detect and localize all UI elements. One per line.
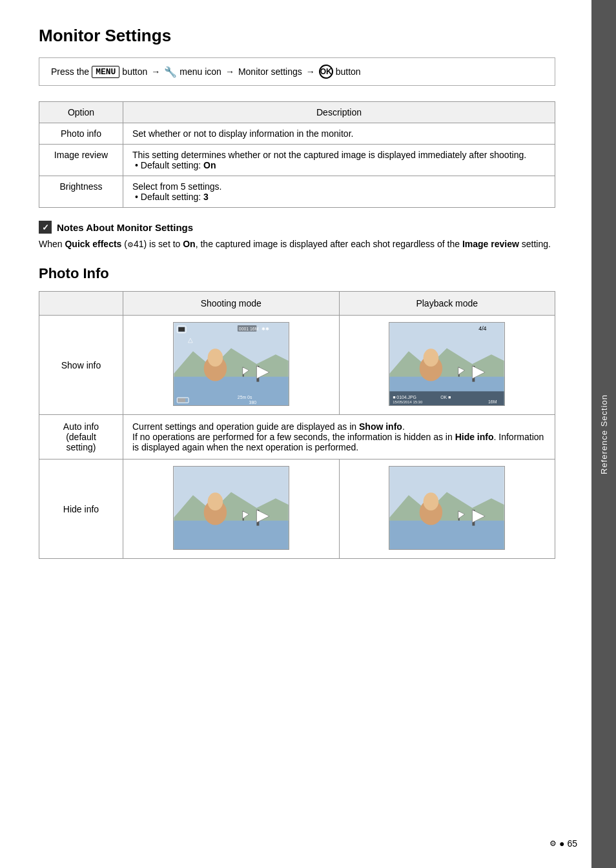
notes-header: ✓ Notes About Monitor Settings xyxy=(39,221,555,234)
shooting-mode-preview-show-info: 0001 16M ✱✱ △ 25m 0s 380 xyxy=(173,322,289,406)
hide-info-playback-image xyxy=(339,459,555,559)
photo-table-header-shooting: Shooting mode xyxy=(123,292,340,316)
svg-point-4 xyxy=(207,348,223,367)
playback-mode-preview-hide-info xyxy=(389,466,505,550)
playback-mode-preview-show-info: 4/4 ■ 0104.JPG OK ■ 15/05/2014 15:30 16M xyxy=(389,322,505,406)
photo-info-title: Photo Info xyxy=(39,265,555,282)
table-row-auto-info: Auto info(defaultsetting) Current settin… xyxy=(39,415,555,459)
hide-info-shooting-image xyxy=(123,459,340,559)
svg-text:0001 16M: 0001 16M xyxy=(239,327,259,331)
table-row-photo-info: Photo info Set whether or not to display… xyxy=(39,123,555,145)
option-photo-info: Photo info xyxy=(39,123,123,145)
reference-sidebar: Reference Section xyxy=(591,0,616,868)
svg-text:△: △ xyxy=(188,336,193,343)
svg-text:380: 380 xyxy=(249,400,256,405)
table-row-hide-info: Hide info xyxy=(39,459,555,559)
table-row-show-info: Show info xyxy=(39,316,555,415)
label-show-info: Show info xyxy=(39,316,123,415)
svg-text:■ 0104.JPG: ■ 0104.JPG xyxy=(393,395,417,399)
page-number: 65 xyxy=(567,838,577,849)
breadcrumb-btn-suffix: button xyxy=(336,66,361,77)
arrow-icon-3: → xyxy=(306,66,315,77)
svg-point-23 xyxy=(424,348,439,367)
wrench-icon: 🔧 xyxy=(164,66,177,78)
breadcrumb-settings: Monitor settings xyxy=(238,66,302,77)
breadcrumb: Press the MENU button → 🔧 menu icon → Mo… xyxy=(39,57,555,86)
desc-auto-info: Current settings and operation guide are… xyxy=(123,415,555,459)
page-separator: ● xyxy=(559,838,564,849)
option-brightness: Brightness xyxy=(39,176,123,208)
table-row-brightness: Brightness Select from 5 settings. • Def… xyxy=(39,176,555,208)
notes-title: Notes About Monitor Settings xyxy=(57,222,193,233)
svg-text:25m 0s: 25m 0s xyxy=(238,395,252,399)
ok-circle-icon: OK xyxy=(319,65,333,79)
show-info-shooting-image: 0001 16M ✱✱ △ 25m 0s 380 xyxy=(123,316,340,415)
svg-text:15/05/2014 15:30: 15/05/2014 15:30 xyxy=(393,400,424,404)
footer: ⚙●65 xyxy=(549,838,577,849)
svg-text:✱✱: ✱✱ xyxy=(262,327,269,331)
shooting-mode-preview-hide-info xyxy=(173,466,289,550)
option-image-review: Image review xyxy=(39,145,123,176)
page-number-icon: ⚙ xyxy=(549,839,557,848)
arrow-icon-1: → xyxy=(151,66,160,77)
arrow-icon-2: → xyxy=(225,66,234,77)
page-title: Monitor Settings xyxy=(39,26,555,46)
photo-table-header-playback: Playback mode xyxy=(339,292,555,316)
menu-button-label: MENU xyxy=(92,66,119,78)
table-header-option: Option xyxy=(39,102,123,123)
photo-info-table: Shooting mode Playback mode Show info xyxy=(39,291,555,559)
svg-rect-45 xyxy=(390,521,504,549)
svg-text:4/4: 4/4 xyxy=(478,325,486,332)
svg-rect-16 xyxy=(178,398,185,402)
desc-brightness: Select from 5 settings. • Default settin… xyxy=(123,176,555,208)
svg-rect-2 xyxy=(174,377,288,405)
svg-rect-10 xyxy=(178,327,185,332)
table-header-description: Description xyxy=(123,102,555,123)
breadcrumb-menu-text: menu icon xyxy=(180,66,221,77)
reference-sidebar-text: Reference Section xyxy=(599,394,609,474)
check-icon: ✓ xyxy=(39,221,52,234)
notes-body: When Quick effects (⚙41) is set to On, t… xyxy=(39,237,555,251)
table-row-image-review: Image review This setting determines whe… xyxy=(39,145,555,176)
label-hide-info: Hide info xyxy=(39,459,123,559)
svg-text:16M: 16M xyxy=(488,399,497,404)
breadcrumb-press: Press the xyxy=(51,66,89,77)
label-auto-info: Auto info(defaultsetting) xyxy=(39,415,123,459)
svg-point-38 xyxy=(207,492,223,510)
svg-text:OK ■: OK ■ xyxy=(440,395,451,399)
desc-photo-info: Set whether or not to display informatio… xyxy=(123,123,555,145)
svg-rect-36 xyxy=(174,521,288,549)
photo-table-header-empty xyxy=(39,292,123,316)
notes-section: ✓ Notes About Monitor Settings When Quic… xyxy=(39,221,555,251)
breadcrumb-text: button xyxy=(122,66,147,77)
show-info-playback-image: 4/4 ■ 0104.JPG OK ■ 15/05/2014 15:30 16M xyxy=(339,316,555,415)
svg-point-47 xyxy=(424,492,439,510)
main-settings-table: Option Description Photo info Set whethe… xyxy=(39,101,555,208)
desc-image-review: This setting determines whether or not t… xyxy=(123,145,555,176)
